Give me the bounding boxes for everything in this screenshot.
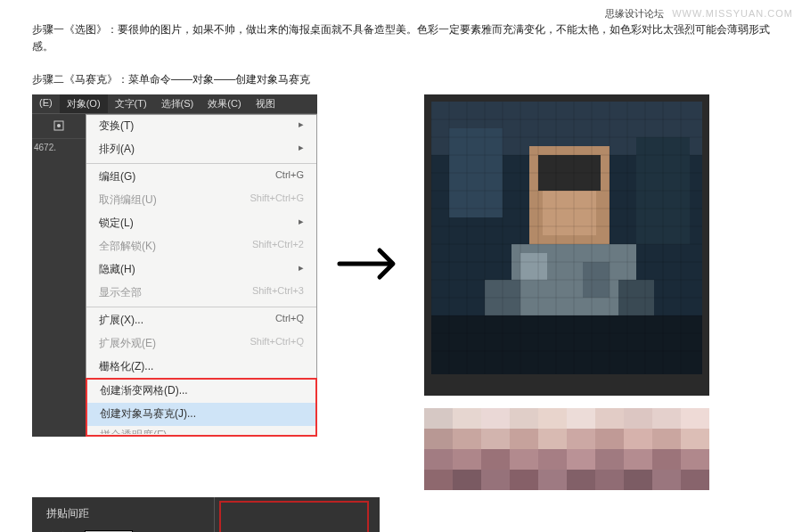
menu-item-group[interactable]: 编组(G)Ctrl+G	[86, 166, 316, 189]
panel-divider	[214, 497, 215, 532]
svg-rect-78	[538, 470, 567, 490]
menu-item-create-object-mosaic[interactable]: 创建对象马赛克(J)...	[87, 403, 315, 426]
svg-rect-68	[538, 449, 567, 470]
svg-rect-50	[595, 408, 624, 429]
menu-item-expand[interactable]: 扩展(X)...Ctrl+Q	[86, 309, 316, 332]
svg-rect-63	[681, 429, 709, 449]
svg-rect-62	[652, 429, 681, 449]
svg-rect-81	[624, 470, 652, 490]
menu-separator	[86, 163, 316, 164]
svg-rect-46	[481, 408, 510, 429]
site-logo-text: 思缘设计论坛	[605, 8, 664, 19]
svg-rect-76	[481, 470, 510, 490]
svg-rect-10	[520, 253, 547, 280]
menu-item-transform[interactable]: 变换(T)▸	[86, 115, 316, 138]
menu-item-ungroup: 取消编组(U)Shift+Ctrl+G	[86, 189, 316, 212]
menu-item-showall: 显示全部Shift+Ctrl+3	[86, 282, 316, 305]
menubar-item-view[interactable]: 视图	[249, 94, 282, 113]
tile-count-highlight	[219, 501, 369, 532]
step-1-text: 步骤一《选图》：要很帅的图片，如果不帅，做出来的海报桌面就不具备造型美。色彩一定…	[32, 21, 770, 55]
svg-rect-80	[595, 470, 624, 490]
svg-rect-45	[453, 408, 481, 429]
svg-rect-14	[431, 315, 702, 374]
svg-rect-83	[681, 470, 709, 490]
svg-rect-66	[481, 449, 510, 470]
menu-screenshot: (E) 对象(O) 文字(T) 选择(S) 效果(C) 视图 4672. 变换(…	[32, 94, 317, 437]
menubar: (E) 对象(O) 文字(T) 选择(S) 效果(C) 视图	[32, 94, 317, 114]
menubar-item-effect[interactable]: 效果(C)	[200, 94, 248, 113]
menubar-item-text[interactable]: 文字(T)	[108, 94, 154, 113]
svg-rect-55	[453, 429, 481, 449]
svg-rect-61	[624, 429, 652, 449]
tile-spacing-title: 拼贴间距	[46, 506, 198, 521]
svg-rect-72	[652, 449, 681, 470]
svg-rect-58	[538, 429, 567, 449]
svg-rect-67	[510, 449, 538, 470]
menu-item-expand-appearance: 扩展外观(E)Shift+Ctrl+Q	[86, 332, 316, 356]
menu-item-rasterize[interactable]: 栅格化(Z)...	[86, 356, 316, 379]
menu-item-lock[interactable]: 锁定(L)▸	[86, 212, 316, 235]
svg-rect-53	[681, 408, 709, 429]
svg-rect-70	[595, 449, 624, 470]
sidebar-number: 4672.	[32, 139, 86, 156]
menu-item-arrange[interactable]: 排列(A)▸	[86, 138, 316, 161]
mosaic-color-strip	[424, 408, 709, 490]
svg-rect-73	[681, 449, 709, 470]
svg-rect-44	[424, 408, 453, 429]
menu-item-create-gradient-mesh[interactable]: 创建渐变网格(D)...	[87, 380, 315, 403]
tool-sidebar: 4672.	[32, 114, 86, 433]
menu-item-unlockall: 全部解锁(K)Shift+Ctrl+2	[86, 235, 316, 258]
menu-separator	[86, 307, 316, 307]
svg-rect-54	[424, 429, 453, 449]
svg-rect-71	[624, 449, 652, 470]
svg-rect-56	[481, 429, 510, 449]
site-url-text: WWW.MISSYUAN.COM	[672, 8, 793, 19]
mosaic-options-panel: 拼贴间距 宽度(I): 高度(E): 拼贴数量 宽度(D): 高度(G):	[32, 497, 380, 532]
svg-rect-74	[424, 470, 453, 490]
menu-item-flatten-transparency: 拼合透明度(F)	[87, 426, 315, 435]
menubar-item-select[interactable]: 选择(S)	[154, 94, 201, 113]
svg-rect-69	[567, 449, 595, 470]
svg-rect-75	[453, 470, 481, 490]
menubar-item-object[interactable]: 对象(O)	[60, 94, 108, 113]
svg-rect-57	[510, 429, 538, 449]
svg-rect-49	[567, 408, 595, 429]
step-2-text: 步骤二《马赛克》：菜单命令——对象——创建对象马赛克	[32, 71, 770, 88]
menu-item-hide[interactable]: 隐藏(H)▸	[86, 258, 316, 282]
tool-icon[interactable]	[32, 114, 86, 139]
svg-rect-65	[453, 449, 481, 470]
highlight-annotation: 创建渐变网格(D)... 创建对象马赛克(J)... 拼合透明度(F)	[86, 378, 317, 437]
arrow-icon	[335, 241, 406, 286]
svg-rect-48	[538, 408, 567, 429]
svg-rect-77	[510, 470, 538, 490]
mosaic-result-frame	[424, 94, 709, 396]
object-dropdown-menu: 变换(T)▸ 排列(A)▸ 编组(G)Ctrl+G 取消编组(U)Shift+C…	[86, 114, 317, 437]
svg-rect-51	[624, 408, 652, 429]
svg-rect-79	[567, 470, 595, 490]
svg-rect-8	[543, 191, 596, 235]
svg-rect-52	[652, 408, 681, 429]
svg-rect-47	[510, 408, 538, 429]
mosaic-photo	[431, 102, 702, 374]
svg-rect-82	[652, 470, 681, 490]
svg-point-1	[57, 124, 61, 127]
svg-rect-64	[424, 449, 453, 470]
svg-rect-59	[567, 429, 595, 449]
svg-rect-60	[595, 429, 624, 449]
menubar-item-edit[interactable]: (E)	[32, 94, 60, 113]
